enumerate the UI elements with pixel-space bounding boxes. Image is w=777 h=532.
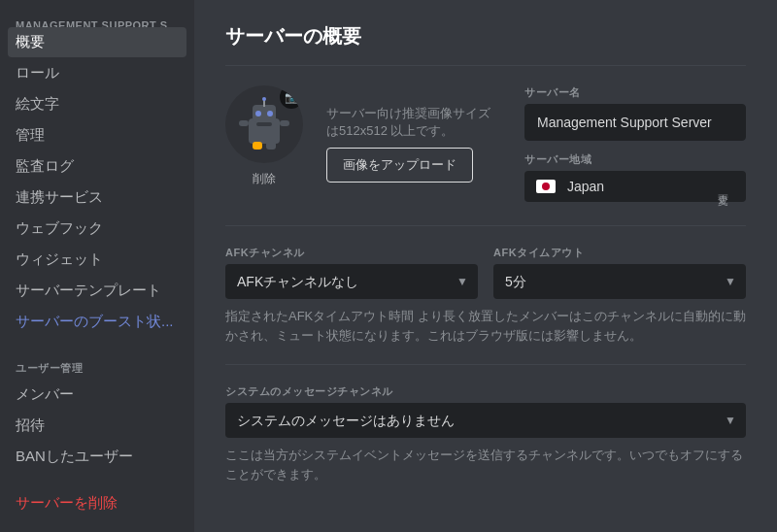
svg-rect-7 <box>280 120 289 126</box>
sidebar-item-bans[interactable]: BANしたユーザー <box>8 442 186 472</box>
sidebar-item-server-template[interactable]: サーバーテンプレート <box>8 276 186 306</box>
upload-button[interactable]: 画像をアップロード <box>326 148 473 183</box>
sidebar-item-label-roles: ロール <box>16 64 59 83</box>
page-title: サーバーの概要 <box>225 23 746 66</box>
sidebar-item-emoji[interactable]: 絵文字 <box>8 89 186 119</box>
server-region-row: Japan 変更 <box>524 171 746 202</box>
sidebar-item-label-overview: 概要 <box>16 33 45 51</box>
sidebar-item-management[interactable]: 管理 <box>8 120 186 150</box>
svg-rect-8 <box>253 142 262 150</box>
system-message-section: システムのメッセージチャンネル システムのメッセージはありません ▼ <box>225 384 746 438</box>
svg-point-3 <box>267 111 273 116</box>
section-divider-1 <box>225 225 746 226</box>
upload-section: サーバー向け推奨画像サイズは512x512 以上です。 画像をアップロード <box>326 85 501 202</box>
main-content: サーバーの概要 <box>194 0 777 532</box>
sidebar-item-invites[interactable]: 招待 <box>8 411 186 441</box>
server-fields: サーバー名 サーバー地域 Japan 変更 <box>524 85 746 202</box>
server-icon-upload-icon[interactable]: 📷 <box>280 85 303 109</box>
sidebar-item-webhooks[interactable]: ウェブフック <box>8 214 186 244</box>
sidebar-item-label-management: 管理 <box>16 126 45 145</box>
server-icon-area: 📷 削除 <box>225 85 303 202</box>
system-message-channel-select-wrapper: システムのメッセージはありません ▼ <box>225 403 746 438</box>
afk-timeout-select[interactable]: 5分 <box>493 264 746 299</box>
afk-timeout-select-wrapper: 5分 ▼ <box>493 264 746 299</box>
sidebar-item-boost-status[interactable]: サーバーのブースト状... <box>8 307 186 337</box>
afk-channel-select-wrapper: AFKチャンネルなし ▼ <box>225 264 478 299</box>
sidebar-item-delete-server[interactable]: サーバーを削除 <box>8 488 186 518</box>
sidebar-item-widgets[interactable]: ウィジェット <box>8 245 186 275</box>
sidebar-item-label-widgets: ウィジェット <box>16 250 103 269</box>
afk-section: AFKチャンネル AFKチャンネルなし ▼ AFKタイムアウト 5分 ▼ <box>225 246 746 299</box>
sidebar-item-label-bans: BANしたユーザー <box>16 448 133 466</box>
sidebar-item-label-server-template: サーバーテンプレート <box>16 282 161 300</box>
server-region-field: サーバー地域 Japan 変更 <box>524 152 746 202</box>
japan-flag-icon <box>536 180 556 193</box>
sidebar-item-label-integrations: 連携サービス <box>16 188 103 207</box>
svg-rect-10 <box>256 122 272 126</box>
section-divider-2 <box>225 364 746 365</box>
system-message-channel-label: システムのメッセージチャンネル <box>225 384 746 399</box>
server-name-input[interactable] <box>524 104 746 141</box>
sidebar-item-members[interactable]: メンバー <box>8 380 186 410</box>
sidebar-item-label-members: メンバー <box>16 385 74 404</box>
server-region-value: Japan <box>567 179 704 194</box>
svg-point-5 <box>262 97 266 101</box>
sidebar-server-name: MANAGEMENT SUPPORT SER... <box>8 16 186 27</box>
afk-channel-field: AFKチャンネル AFKチャンネルなし ▼ <box>225 246 478 299</box>
server-name-field: サーバー名 <box>524 85 746 141</box>
upload-hint: サーバー向け推奨画像サイズは512x512 以上です。 <box>326 105 501 140</box>
sidebar-section-user-management: ユーザー管理 <box>8 353 186 380</box>
server-name-label: サーバー名 <box>524 85 746 100</box>
sidebar-item-label-delete-server: サーバーを削除 <box>16 494 118 513</box>
svg-rect-9 <box>266 142 276 150</box>
sidebar-item-label-audit-log: 監査ログ <box>16 157 74 176</box>
sidebar-item-roles[interactable]: ロール <box>8 58 186 88</box>
sidebar-item-label-webhooks: ウェブフック <box>16 219 103 238</box>
sidebar-item-label-boost-status: サーバーのブースト状... <box>16 313 174 331</box>
sidebar-item-label-emoji: 絵文字 <box>16 95 59 114</box>
overview-top-section: 📷 削除 サーバー向け推奨画像サイズは512x512 以上です。 画像をアップロ… <box>225 85 746 202</box>
server-icon[interactable]: 📷 <box>225 85 303 163</box>
afk-channel-label: AFKチャンネル <box>225 246 478 260</box>
server-icon-delete-label: 削除 <box>253 171 276 187</box>
system-message-channel-select[interactable]: システムのメッセージはありません <box>225 403 746 438</box>
afk-timeout-label: AFKタイムアウト <box>493 246 746 260</box>
system-message-hint: ここは当方がシステムイベントメッセージを送信するチャンネルです。いつでもオフにす… <box>225 446 746 483</box>
afk-channel-select[interactable]: AFKチャンネルなし <box>225 264 478 299</box>
sidebar: MANAGEMENT SUPPORT SER... 概要 ロール 絵文字 管理 … <box>0 0 194 532</box>
svg-point-2 <box>255 111 261 116</box>
afk-timeout-field: AFKタイムアウト 5分 ▼ <box>493 246 746 299</box>
sidebar-item-overview[interactable]: 概要 <box>8 27 186 57</box>
afk-hint: 指定されたAFKタイムアウト時間 より長く放置したメンバーはこのチャンネルに自動… <box>225 307 746 345</box>
sidebar-item-integrations[interactable]: 連携サービス <box>8 183 186 213</box>
svg-rect-6 <box>239 120 249 126</box>
sidebar-item-audit-log[interactable]: 監査ログ <box>8 151 186 182</box>
server-region-label: サーバー地域 <box>524 152 746 167</box>
sidebar-item-label-invites: 招待 <box>16 416 45 435</box>
